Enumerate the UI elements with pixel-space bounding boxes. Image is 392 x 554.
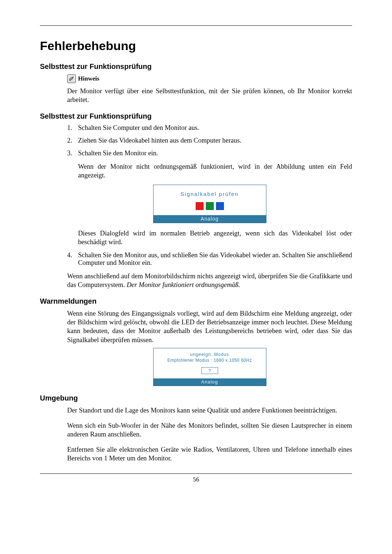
page-number: 56 [40, 476, 352, 483]
umgebung-p3: Entfernen Sie alle elektronischen Geräte… [67, 445, 352, 463]
dialog-inner: Signalkabel prüfen [154, 185, 266, 215]
warn-body: Wenn eine Störung des Eingangssignals vo… [67, 309, 352, 344]
dialog-footer: Analog [154, 378, 266, 386]
top-rule [40, 25, 352, 26]
step-3-subtext-b: Dieses Dialogfeld wird im normalen Betri… [78, 229, 352, 246]
steps-list-cont: 4. Schalten Sie den Monitor aus, und sch… [67, 251, 352, 267]
step-1: 1. Schalten Sie Computer und den Monitor… [67, 124, 352, 132]
dialog-body: ungeeign. Modus Empfohlener Modus : 1680… [154, 348, 266, 378]
hinweis-block: Hinweis Der Monitor verfügt über eine Se… [67, 74, 352, 104]
hinweis-row: Hinweis [67, 74, 352, 83]
step-3-subtext-a: Wenn der Monitor nicht ordnungsgemäß fun… [78, 162, 352, 180]
step-number: 3. [67, 149, 78, 157]
step-text: Schalten Sie Computer und den Monitor au… [78, 124, 352, 132]
color-square-green [206, 202, 214, 210]
step-4: 4. Schalten Sie den Monitor aus, und sch… [67, 251, 352, 267]
step-text: Ziehen Sie das Videokabel hinten aus dem… [78, 137, 352, 144]
dialog-footer: Analog [154, 215, 266, 223]
color-squares [154, 200, 265, 214]
dialog-mode-line1: ungeeign. Modus [155, 352, 265, 357]
umgebung-p1: Der Standort und die Lage des Monitors k… [67, 406, 352, 415]
note-icon [67, 74, 76, 83]
section-umgebung: Umgebung [40, 394, 352, 402]
step-number: 2. [67, 137, 78, 144]
dialog-mode-line2: Empfohlener Modus : 1680 x 1050 60Hz [155, 358, 265, 363]
section-warnmeldungen: Warnmeldungen [40, 297, 352, 305]
after-steps-text-b: Der Monitor funktioniert ordnungsgemäß. [127, 281, 240, 288]
step-number: 4. [67, 251, 78, 267]
step-2: 2. Ziehen Sie das Videokabel hinten aus … [67, 137, 352, 144]
footer-area: 56 [40, 473, 352, 483]
step-3: 3. Schalten Sie den Monitor ein. [67, 149, 352, 157]
monitor-dialog-mode: ungeeign. Modus Empfohlener Modus : 1680… [153, 348, 266, 386]
step-text: Schalten Sie den Monitor ein. [78, 149, 352, 157]
color-square-red [196, 202, 204, 210]
hinweis-label: Hinweis [78, 75, 99, 82]
monitor-dialog-signalcable: Signalkabel prüfen Analog [153, 185, 266, 223]
step-number: 1. [67, 124, 78, 132]
step-text: Schalten Sie den Monitor aus, und schlie… [78, 251, 352, 267]
section-selftest-2: Selbsttest zur Funktionsprüfung [40, 112, 352, 120]
dialog-title: Signalkabel prüfen [154, 186, 265, 200]
steps-block: 1. Schalten Sie Computer und den Monitor… [67, 124, 352, 289]
warn-block: Wenn eine Störung des Eingangssignals vo… [67, 309, 352, 386]
steps-list: 1. Schalten Sie Computer und den Monitor… [67, 124, 352, 157]
dialog-question-box: ? [201, 367, 218, 374]
umgebung-p2: Wenn sich ein Sub-Woofer in der Nähe des… [67, 421, 352, 439]
document-page: Fehlerbehebung Selbsttest zur Funktionsp… [0, 0, 392, 498]
hinweis-body: Der Monitor verfügt über eine Selbsttest… [67, 87, 352, 104]
section-selftest-1: Selbsttest zur Funktionsprüfung [40, 62, 352, 71]
page-title: Fehlerbehebung [40, 39, 352, 53]
bottom-rule [40, 473, 352, 474]
color-square-blue [216, 202, 224, 210]
umgebung-block: Der Standort und die Lage des Monitors k… [67, 406, 352, 463]
after-steps-paragraph: Wenn anschließend auf dem Monitorbildsch… [67, 272, 352, 289]
